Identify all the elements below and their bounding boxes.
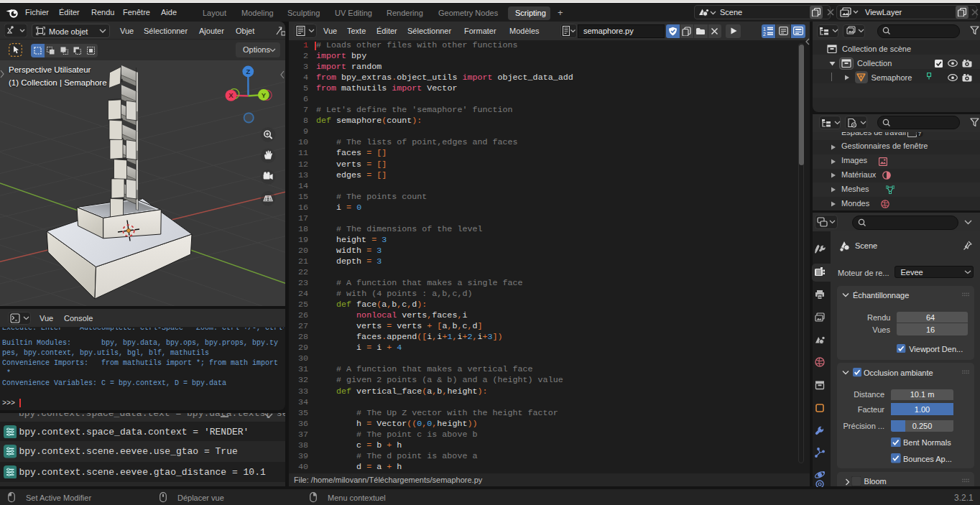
- svg-text:1: 1: [763, 27, 766, 32]
- svg-text:2: 2: [763, 32, 766, 36]
- svg-text:Y: Y: [262, 91, 267, 99]
- svg-text:X: X: [228, 91, 234, 99]
- svg-text:Z: Z: [246, 68, 250, 75]
